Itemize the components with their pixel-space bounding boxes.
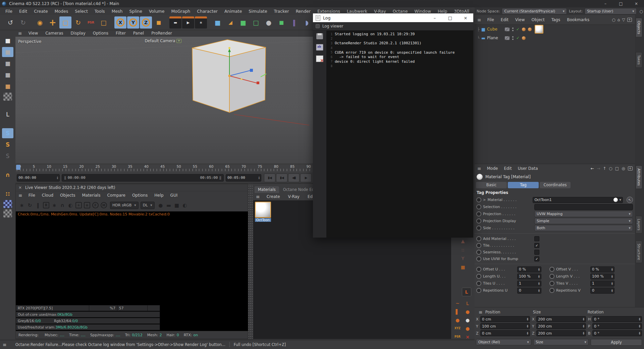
animation-dot-icon[interactable] [476, 243, 481, 248]
menu-item[interactable]: Octane [389, 9, 411, 14]
attribute-tab[interactable]: Tag [508, 182, 539, 188]
key-corner-icon[interactable]: L [463, 299, 473, 307]
tree-branch-icon[interactable]: └ [477, 36, 480, 40]
object-row-cube[interactable]: ├ ■ Cube ✓ [475, 25, 635, 34]
live-viewer-menu-item[interactable]: Compare [104, 193, 128, 198]
menu-item[interactable]: Simulate [245, 9, 270, 14]
animation-dot-icon[interactable] [476, 197, 481, 202]
menu-item[interactable]: Tools [91, 9, 108, 14]
path-icon[interactable]: ⌂ [616, 17, 621, 22]
toolbar-spacer[interactable] [2, 181, 13, 187]
timeline-ruler[interactable]: 051015202530354045505560657075808590 [15, 164, 313, 173]
position-mode-select[interactable]: Object (Rel)▼ [476, 339, 531, 345]
redo-icon[interactable]: ↻ [17, 16, 29, 29]
rotation-field[interactable]: 0 °▲▼ [592, 316, 642, 322]
key-circle-icon[interactable]: ● [463, 324, 473, 333]
range-handle-icon[interactable]: ‖ [64, 176, 66, 180]
value-field[interactable]: 100 %▲▼ [517, 273, 541, 280]
toolbar-separator[interactable] [208, 16, 211, 29]
checkbox[interactable] [534, 236, 539, 241]
key-sphere-icon[interactable]: ● [463, 316, 473, 324]
side-tab[interactable]: Layers [636, 216, 642, 234]
material-ball-icon[interactable]: ◐ [181, 201, 189, 209]
menu-item[interactable]: Extensions [314, 9, 343, 14]
object-picker-icon[interactable]: o [84, 202, 90, 208]
maximize-button[interactable]: □ [613, 0, 629, 7]
live-viewer-menu-item[interactable]: File [25, 193, 39, 198]
viewport-menu-item[interactable]: Display [67, 31, 89, 36]
target-icon[interactable]: ◎ [621, 166, 626, 171]
play-forward-button[interactable]: ▶ [300, 173, 312, 182]
render-view-icon[interactable]: ▬ [169, 16, 181, 29]
toolbar-spacer[interactable] [2, 121, 13, 127]
object-manager-menu-item[interactable]: Tags [548, 17, 564, 22]
log-text-area[interactable]: 1Started logging on 19.03.21 10:29:39 2 … [326, 31, 473, 238]
tree-branch-icon[interactable]: ├ [477, 27, 480, 32]
menu-item[interactable]: Select [71, 9, 91, 14]
live-viewer-menu-item[interactable]: Objects [57, 193, 78, 198]
value-field[interactable]: 0▲▼ [517, 288, 541, 294]
record-key-icon[interactable]: ● [463, 307, 473, 316]
spline-pen-icon[interactable]: ◢ [224, 16, 236, 29]
menu-item[interactable]: Volume [146, 9, 168, 14]
material-thumbnail[interactable]: OctToon [255, 202, 271, 222]
region-preview-icon[interactable]: ▬ [165, 201, 173, 209]
log-minimize-button[interactable]: – [427, 13, 442, 22]
render-to-picture-icon[interactable]: ▶ [182, 16, 194, 29]
workplane-snap-icon[interactable] [3, 200, 12, 208]
log-panel-icon[interactable] [316, 24, 320, 28]
render-settings-icon[interactable]: ∗ [50, 201, 58, 209]
animation-dot-icon[interactable] [476, 274, 481, 279]
forward-icon[interactable]: → [596, 166, 601, 171]
bars-icon[interactable]: ▌ [452, 307, 463, 316]
render-canvas[interactable]: RTX 2070[PDT][7.5] %7 57 Out-of-core use… [16, 217, 248, 331]
side-tab[interactable]: Takes [636, 52, 642, 68]
object-manager-menu-item[interactable]: Edit [497, 17, 512, 22]
log-titlebar[interactable]: Log –□× [313, 13, 473, 22]
size-mode-select[interactable]: Size▼ [533, 339, 589, 345]
coord-system-icon[interactable]: ■ [153, 16, 165, 29]
add-cube-icon[interactable]: ■ [212, 16, 224, 29]
expander-icon[interactable]: > [483, 198, 486, 202]
toolbar-separator[interactable] [110, 16, 114, 29]
panel-menu-icon[interactable]: ≡ [0, 342, 9, 347]
menu-item[interactable]: V-Ray [371, 9, 389, 14]
materials-menu-item[interactable]: Create [263, 194, 284, 199]
prev-key-button[interactable]: ▮◀ [276, 173, 287, 182]
live-viewer-menu-item[interactable]: Options [129, 193, 151, 198]
viewport-menu-item[interactable]: View [25, 31, 42, 36]
viewport-menu-item[interactable]: Cameras [42, 31, 67, 36]
value-field[interactable]: 100 %▲▼ [590, 273, 614, 280]
menu-item[interactable]: MoGraph [168, 9, 194, 14]
attribute-tab[interactable]: Basic [476, 182, 507, 188]
filter-icon[interactable]: ▽ [621, 17, 626, 22]
undo-icon[interactable]: ↺ [4, 16, 16, 29]
object-manager-menu-item[interactable]: Object [528, 17, 548, 22]
region-render-icon[interactable]: R [43, 202, 49, 208]
menu-item[interactable]: Create [31, 9, 51, 14]
render-settings-icon[interactable]: ∗ [195, 16, 207, 29]
materials-menu-item[interactable]: V-Ray [284, 194, 304, 199]
value-field[interactable]: 0▲▼ [590, 288, 614, 294]
animation-dot-icon[interactable] [549, 288, 554, 293]
generator-icon[interactable]: □ [250, 16, 262, 29]
enabled-check-icon[interactable]: ✓ [516, 36, 520, 40]
side-tab[interactable]: Objects [636, 18, 642, 37]
octane-logo-icon[interactable]: ∗ [18, 201, 26, 209]
material-name[interactable]: OctToon [255, 218, 271, 222]
camera-icon[interactable]: ■ [173, 201, 181, 209]
checkbox[interactable]: ✓ [534, 256, 539, 261]
log-maximize-button[interactable]: □ [442, 13, 458, 22]
octane-tag-icon[interactable] [522, 28, 526, 31]
points-mode-icon[interactable]: ■ [2, 58, 13, 68]
animation-dot-icon[interactable] [549, 274, 554, 279]
animation-dot-icon[interactable] [476, 250, 481, 255]
animation-dot-icon[interactable] [476, 226, 481, 231]
menu-item[interactable]: Laubwerk [343, 9, 371, 14]
restart-render-icon[interactable]: ↻ [26, 201, 34, 209]
search-icon[interactable]: ○ [639, 9, 644, 14]
toolbar-spacer[interactable] [2, 102, 13, 108]
material-link-field[interactable]: OctToon1 ▼ [533, 197, 623, 203]
viewport-menu-item[interactable]: Options [89, 31, 112, 36]
snap-3d-icon[interactable]: S [2, 128, 13, 138]
